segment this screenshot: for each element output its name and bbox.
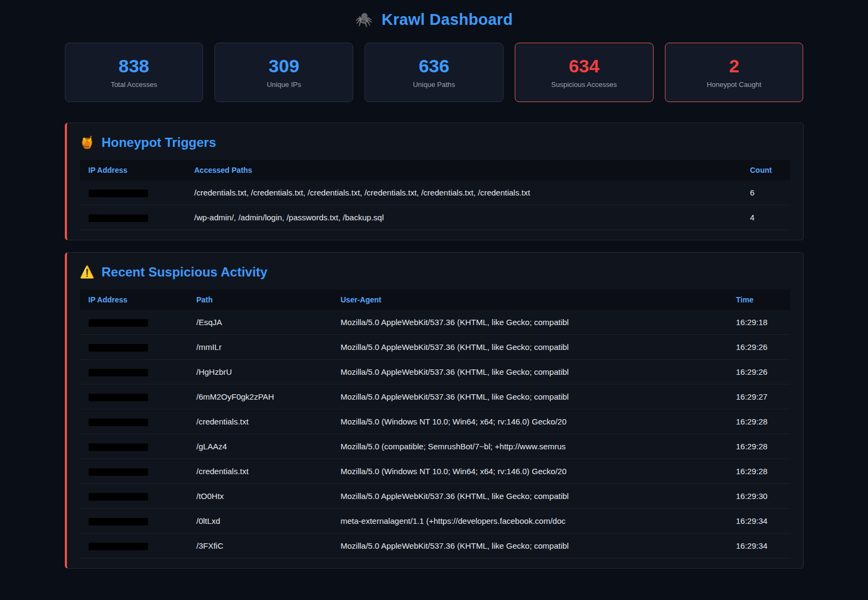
honeypot-panel: 🍯 Honeypot Triggers IP Address Accessed … [65, 123, 804, 240]
path-cell: /credentials.txt [188, 409, 332, 434]
page-header: 🕷️ Krawl Dashboard [65, 8, 804, 43]
ua-cell: Mozilla/5.0 AppleWebKit/537.36 (KHTML, l… [332, 484, 728, 509]
ua-cell: Mozilla/5.0 (compatible; SemrushBot/7~bl… [332, 434, 728, 459]
table-row: /credentials.txtMozilla/5.0 (Windows NT … [80, 459, 790, 484]
honeypot-icon: 🍯 [80, 137, 95, 149]
time-cell: 16:29:30 [728, 484, 790, 509]
path-cell: /mmILr [188, 335, 332, 360]
ua-cell: Mozilla/5.0 (Windows NT 10.0; Win64; x64… [332, 409, 728, 434]
honeypot-table: IP Address Accessed Paths Count /credent… [80, 160, 790, 230]
ua-cell: Mozilla/5.0 AppleWebKit/537.36 (KHTML, l… [332, 335, 728, 360]
redacted-ip-bar [89, 319, 148, 327]
redacted-ip-cell [80, 409, 188, 434]
redacted-ip-cell [80, 360, 188, 385]
path-cell: /0ltLxd [188, 509, 332, 534]
stat-label: Honeypot Caught [706, 80, 761, 89]
redacted-ip-bar [89, 419, 148, 426]
stat-value: 636 [419, 57, 449, 75]
suspicious-panel-title: ⚠️ Recent Suspicious Activity [80, 265, 790, 280]
count-cell: 4 [742, 205, 790, 230]
stat-card-total-accesses: 838Total Accesses [65, 43, 204, 102]
redacted-ip-cell [80, 180, 186, 205]
spider-icon: 🕷️ [355, 11, 373, 28]
redacted-ip-cell [80, 385, 188, 409]
time-cell: 16:29:28 [728, 434, 790, 459]
redacted-ip-cell [80, 335, 188, 360]
path-cell: /EsqJA [188, 310, 332, 335]
redacted-ip-bar [89, 518, 148, 525]
stat-value: 838 [119, 57, 150, 75]
stat-card-honeypot-caught: 2Honeypot Caught [665, 43, 804, 102]
dashboard-container: 🕷️ Krawl Dashboard 838Total Accesses309U… [65, 0, 804, 569]
time-cell: 16:29:26 [728, 335, 790, 360]
ua-cell: Mozilla/5.0 AppleWebKit/537.36 (KHTML, l… [332, 534, 728, 558]
stat-label: Unique IPs [267, 80, 301, 89]
table-row: /6mM2OyF0gk2zPAHMozilla/5.0 AppleWebKit/… [80, 385, 790, 409]
time-cell: 16:29:34 [728, 534, 790, 558]
col-header-path: Path [188, 289, 332, 310]
redacted-ip-bar [89, 369, 148, 376]
stat-label: Total Accesses [111, 80, 157, 89]
path-cell: /tO0Htx [188, 484, 332, 509]
table-row: /3FXfiCMozilla/5.0 AppleWebKit/537.36 (K… [80, 534, 790, 558]
redacted-ip-bar [89, 543, 148, 550]
path-cell: /3FXfiC [188, 534, 332, 558]
redacted-ip-bar [89, 493, 148, 501]
warning-icon: ⚠️ [80, 266, 95, 278]
time-cell: 16:29:34 [728, 509, 790, 534]
col-header-ip: IP Address [80, 160, 186, 180]
redacted-ip-cell [80, 484, 188, 509]
stat-card-unique-paths: 636Unique Paths [365, 43, 503, 102]
suspicious-table: IP Address Path User-Agent Time /EsqJAMo… [80, 289, 790, 558]
table-row: /HgHzbrUMozilla/5.0 AppleWebKit/537.36 (… [80, 360, 790, 385]
ua-cell: Mozilla/5.0 AppleWebKit/537.36 (KHTML, l… [332, 360, 728, 385]
stat-card-suspicious-accesses: 634Suspicious Accesses [515, 43, 654, 102]
table-row: /EsqJAMozilla/5.0 AppleWebKit/537.36 (KH… [80, 310, 790, 335]
suspicious-panel: ⚠️ Recent Suspicious Activity IP Address… [65, 252, 804, 569]
path-cell: /gLAAz4 [188, 434, 332, 459]
table-row: /gLAAz4Mozilla/5.0 (compatible; SemrushB… [80, 434, 790, 459]
time-cell: 16:29:26 [728, 360, 790, 385]
time-cell: 16:29:28 [728, 459, 790, 484]
redacted-ip-bar [89, 190, 148, 197]
redacted-ip-bar [89, 214, 148, 222]
time-cell: 16:29:27 [728, 385, 790, 409]
table-row: /credentials.txt, /credentials.txt, /cre… [80, 180, 790, 205]
honeypot-panel-title: 🍯 Honeypot Triggers [80, 135, 790, 150]
table-row: /wp-admin/, /admin/login, /passwords.txt… [80, 205, 790, 230]
redacted-ip-bar [89, 344, 148, 352]
stat-label: Suspicious Accesses [551, 80, 617, 89]
path-cell: /credentials.txt [188, 459, 332, 484]
stat-value: 309 [268, 57, 299, 75]
redacted-ip-cell [80, 434, 188, 459]
suspicious-header-row: IP Address Path User-Agent Time [80, 289, 790, 310]
stat-value: 2 [729, 57, 739, 75]
redacted-ip-cell [80, 534, 188, 558]
redacted-ip-bar [89, 468, 148, 476]
paths-cell: /wp-admin/, /admin/login, /passwords.txt… [186, 205, 742, 230]
count-cell: 6 [742, 180, 790, 205]
table-row: /0ltLxdmeta-externalagent/1.1 (+https://… [80, 509, 790, 534]
ua-cell: meta-externalagent/1.1 (+https://develop… [332, 509, 728, 534]
ua-cell: Mozilla/5.0 AppleWebKit/537.36 (KHTML, l… [332, 310, 728, 335]
redacted-ip-cell [80, 509, 188, 534]
path-cell: /6mM2OyF0gk2zPAH [188, 385, 332, 409]
col-header-count: Count [742, 160, 790, 180]
honeypot-heading: Honeypot Triggers [102, 135, 216, 150]
time-cell: 16:29:28 [728, 409, 790, 434]
suspicious-heading: Recent Suspicious Activity [102, 265, 267, 280]
col-header-useragent: User-Agent [332, 289, 728, 310]
redacted-ip-bar [89, 394, 148, 401]
stat-value: 634 [569, 57, 600, 75]
redacted-ip-cell [80, 205, 186, 230]
ua-cell: Mozilla/5.0 AppleWebKit/537.36 (KHTML, l… [332, 385, 728, 409]
col-header-time: Time [728, 289, 790, 310]
ua-cell: Mozilla/5.0 (Windows NT 10.0; Win64; x64… [332, 459, 728, 484]
stats-row: 838Total Accesses309Unique IPs636Unique … [65, 43, 804, 102]
table-row: /tO0HtxMozilla/5.0 AppleWebKit/537.36 (K… [80, 484, 790, 509]
table-row: /mmILrMozilla/5.0 AppleWebKit/537.36 (KH… [80, 335, 790, 360]
redacted-ip-cell [80, 310, 188, 335]
paths-cell: /credentials.txt, /credentials.txt, /cre… [186, 180, 742, 205]
page-title: Krawl Dashboard [381, 11, 513, 29]
path-cell: /HgHzbrU [188, 360, 332, 385]
